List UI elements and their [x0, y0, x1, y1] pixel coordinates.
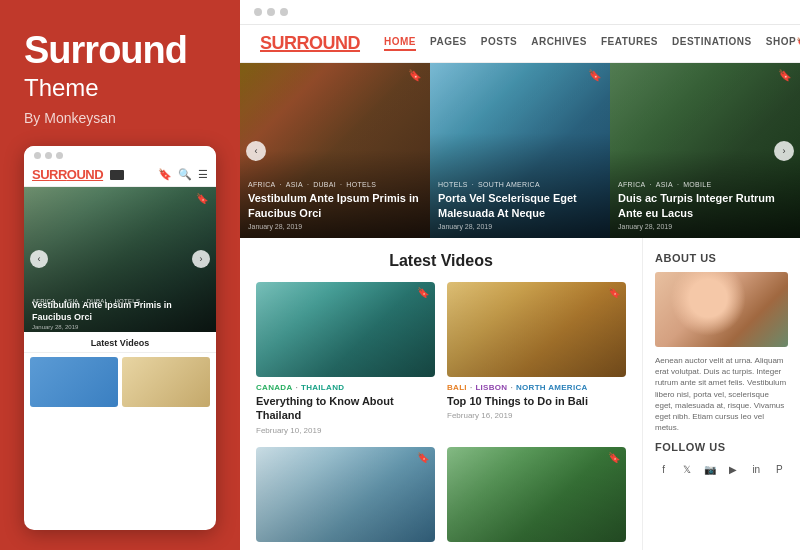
hero-right-title: Duis ac Turpis Integer Rutrum Ante eu La…	[618, 191, 792, 220]
hero-left-tag-sep2: ·	[307, 181, 309, 188]
nav-link-destinations[interactable]: DESTINATIONS	[672, 36, 752, 51]
nav-link-shop[interactable]: SHOP	[766, 36, 796, 51]
hero-right-tag-asia: ASIA	[656, 181, 673, 188]
mobile-latest-videos-title: Latest Videos	[24, 332, 216, 353]
hero-left-tag-africa: AFRICA	[248, 181, 275, 188]
video-thumb-3[interactable]: 🔖	[256, 447, 435, 542]
social-facebook-icon[interactable]: f	[655, 459, 672, 479]
hero-right-tag-sep2: ·	[677, 181, 679, 188]
mobile-hero-next-button[interactable]: ›	[192, 250, 210, 268]
desktop-nav: SURROUND HOME PAGES POSTS ARCHIVES FEATU…	[240, 25, 800, 63]
video-grid-row1: 🔖 CANADA · THAILAND Everything to Know A…	[256, 282, 626, 435]
video-tag-sep1: ·	[295, 383, 298, 392]
main-content: Latest Videos 🔖 CANADA · THAILAND	[240, 238, 800, 550]
social-pinterest-icon[interactable]: P	[771, 459, 788, 479]
hero-center-tag-sa: SOUTH AMERICA	[478, 181, 540, 188]
video-thumb-image-4	[447, 447, 626, 542]
video-thumb-image-2	[447, 282, 626, 377]
video-thumb-image-3	[256, 447, 435, 542]
video-tag-bali[interactable]: BALI	[447, 383, 467, 392]
theme-title: Surround	[24, 30, 216, 72]
desktop-logo-end: OUND	[309, 33, 360, 53]
video-thumb-image-1	[256, 282, 435, 377]
hero-left-tag-hotels: HOTELS	[346, 181, 376, 188]
hero-center-overlay: HOTELS · SOUTH AMERICA Porta Vel Sceleri…	[430, 175, 610, 238]
video-bookmark-icon-2[interactable]: 🔖	[608, 287, 620, 298]
mobile-hero-date: January 28, 2019	[32, 324, 78, 330]
desktop-logo-highlight: RR	[284, 33, 309, 53]
nav-link-features[interactable]: FEATURES	[601, 36, 658, 51]
about-us-image	[655, 272, 788, 347]
mobile-hero-prev-button[interactable]: ‹	[30, 250, 48, 268]
mobile-logo-highlight: RR	[49, 167, 67, 182]
hero-left-tag-sep: ·	[279, 181, 281, 188]
hero-right-overlay: AFRICA · ASIA · MOBILE Duis ac Turpis In…	[610, 175, 800, 238]
hero-center-meta: January 28, 2019	[438, 223, 602, 230]
social-instagram-icon[interactable]: 📷	[701, 459, 718, 479]
about-us-text: Aenean auctor velit at urna. Aliquam era…	[655, 355, 788, 433]
hero-left-tags: AFRICA · ASIA · DUBAI · HOTELS	[248, 181, 422, 188]
latest-videos-title: Latest Videos	[256, 252, 626, 270]
mobile-dot-1	[34, 152, 41, 159]
content-area: Latest Videos 🔖 CANADA · THAILAND	[240, 238, 642, 550]
nav-link-posts[interactable]: POSTS	[481, 36, 517, 51]
mobile-bookmark-icon[interactable]: 🔖	[158, 168, 172, 181]
hero-center-date: January 28, 2019	[438, 223, 492, 230]
hero-center-bookmark-icon[interactable]: 🔖	[588, 69, 602, 82]
hero-left-tag-sep3: ·	[340, 181, 342, 188]
mobile-hero-overlay: AFRICA · ASIA · DUBAI · HOTELS Vestibulu…	[24, 318, 216, 332]
mobile-logo-plain: SU	[32, 167, 49, 182]
video-tag-thailand[interactable]: THAILAND	[301, 383, 344, 392]
mobile-search-icon[interactable]: 🔍	[178, 168, 192, 181]
video-card-3: 🔖	[256, 447, 435, 548]
desktop-browser-body: SURROUND HOME PAGES POSTS ARCHIVES FEATU…	[240, 25, 800, 550]
hero-center-tag-sep: ·	[472, 181, 474, 188]
hero-right-meta: January 28, 2019	[618, 223, 792, 230]
theme-subtitle: Theme	[24, 74, 216, 102]
hero-right-next-button[interactable]: ›	[774, 141, 794, 161]
desktop-nav-links: HOME PAGES POSTS ARCHIVES FEATURES DESTI…	[384, 36, 796, 51]
about-us-title: ABOUT US	[655, 252, 788, 264]
video-thumb-2[interactable]: 🔖	[447, 282, 626, 377]
video-card-title-1: Everything to Know About Thailand	[256, 394, 435, 423]
hero-left-prev-button[interactable]: ‹	[246, 141, 266, 161]
video-bookmark-icon-3[interactable]: 🔖	[417, 452, 429, 463]
social-twitter-icon[interactable]: 𝕏	[678, 459, 695, 479]
desktop-dot-2	[267, 8, 275, 16]
video-tag-northamerica[interactable]: NORTH AMERICA	[516, 383, 588, 392]
mobile-hero-title: Vestibulum Ante Ipsum Primis in Faucibus…	[32, 300, 208, 323]
social-linkedin-icon[interactable]: in	[748, 459, 765, 479]
desktop-nav-actions: 🔖 🔍 ☰	[796, 37, 800, 50]
hero-left-overlay: AFRICA · ASIA · DUBAI · HOTELS Vestibulu…	[240, 175, 430, 238]
hero-left-bookmark-icon[interactable]: 🔖	[408, 69, 422, 82]
video-thumb-4[interactable]: 🔖	[447, 447, 626, 542]
mobile-mockup: SURROUND 🔖 🔍 ☰ ‹ › 🔖 AFRICA · ASIA · DUB…	[24, 146, 216, 530]
video-tag-canada[interactable]: CANADA	[256, 383, 292, 392]
video-bookmark-icon-1[interactable]: 🔖	[417, 287, 429, 298]
mobile-hamburger-icon[interactable]: ☰	[198, 168, 208, 181]
mobile-logo-end: OUND	[67, 167, 103, 182]
nav-link-archives[interactable]: ARCHIVES	[531, 36, 587, 51]
nav-link-home[interactable]: HOME	[384, 36, 416, 51]
video-grid-row2: 🔖 🔖	[256, 447, 626, 548]
mobile-video-thumb-1	[30, 357, 118, 407]
mobile-dot-3	[56, 152, 63, 159]
video-thumb-1[interactable]: 🔖	[256, 282, 435, 377]
hero-center-tag-hotels: HOTELS	[438, 181, 468, 188]
hero-right-bookmark-icon[interactable]: 🔖	[778, 69, 792, 82]
video-tag-sep2: ·	[470, 383, 473, 392]
video-card-4: 🔖	[447, 447, 626, 548]
social-youtube-icon[interactable]: ▶	[725, 459, 742, 479]
nav-link-pages[interactable]: PAGES	[430, 36, 467, 51]
mobile-video-grid	[24, 353, 216, 411]
video-tag-lisbon[interactable]: LISBON	[475, 383, 507, 392]
right-panel: SURROUND HOME PAGES POSTS ARCHIVES FEATU…	[240, 0, 800, 550]
mobile-video-thumb-2	[122, 357, 210, 407]
mobile-hero: ‹ › 🔖 AFRICA · ASIA · DUBAI · HOTELS Ves…	[24, 187, 216, 332]
mobile-hero-bookmark-icon[interactable]: 🔖	[196, 193, 208, 204]
video-bookmark-icon-4[interactable]: 🔖	[608, 452, 620, 463]
mobile-titlebar	[24, 146, 216, 163]
desktop-bookmark-icon[interactable]: 🔖	[796, 37, 800, 50]
hero-left-meta: January 28, 2019	[248, 223, 422, 230]
hero-right-tag-mobile: MOBILE	[683, 181, 711, 188]
